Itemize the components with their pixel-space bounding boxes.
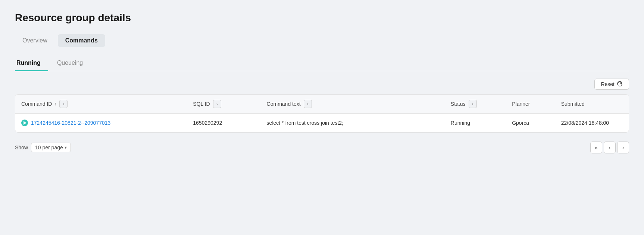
filter-command-text-button[interactable]: › <box>304 100 312 108</box>
th-status-label: Status <box>451 101 466 107</box>
commands-table: Command ID ↑ › SQL ID › <box>15 94 629 133</box>
per-page-select[interactable]: 10 per page ▾ <box>31 143 71 152</box>
sql-id-value: 1650290292 <box>193 120 222 126</box>
th-sql-id-label: SQL ID <box>193 101 210 107</box>
td-command-id: 1724245416-20821-2--209077013 <box>15 113 187 132</box>
filter-status-button[interactable]: › <box>469 100 477 108</box>
next-page-button[interactable]: › <box>617 142 629 153</box>
th-planner: Planner <box>506 95 555 114</box>
reset-button[interactable]: Reset <box>594 79 629 90</box>
th-command-id-label: Command ID <box>21 101 52 107</box>
per-page-value: 10 per page <box>35 145 63 150</box>
th-command-id: Command ID ↑ › <box>15 95 187 114</box>
th-submitted: Submitted <box>555 95 629 114</box>
sort-asc-icon: ↑ <box>54 101 56 107</box>
command-text-value: select * from test cross join test2; <box>267 120 343 126</box>
reset-label: Reset <box>601 81 615 87</box>
td-submitted: 22/08/2024 18:48:00 <box>555 113 629 132</box>
running-play-icon <box>21 120 28 126</box>
td-planner: Gporca <box>506 113 555 132</box>
sub-tabs: Running Queueing <box>15 56 629 71</box>
tab-overview[interactable]: Overview <box>15 34 55 47</box>
filter-command-id-button[interactable]: › <box>59 100 68 108</box>
command-id-link[interactable]: 1724245416-20821-2--209077013 <box>31 120 110 126</box>
reset-icon <box>617 81 623 87</box>
status-value: Running <box>451 120 470 126</box>
th-planner-label: Planner <box>512 101 530 107</box>
submitted-value: 22/08/2024 18:48:00 <box>561 120 609 126</box>
td-command-text: select * from test cross join test2; <box>261 113 445 132</box>
page-title: Resource group details <box>15 12 629 24</box>
first-page-button[interactable]: « <box>590 142 602 153</box>
th-command-text-label: Command text <box>267 101 301 107</box>
filter-sql-id-button[interactable]: › <box>213 100 221 108</box>
table-row: 1724245416-20821-2--209077013 1650290292… <box>15 113 629 132</box>
pagination: Show 10 per page ▾ « ‹ › <box>15 140 629 155</box>
td-sql-id: 1650290292 <box>187 113 260 132</box>
th-submitted-label: Submitted <box>561 101 585 107</box>
toolbar: Reset <box>15 79 629 90</box>
th-sql-id: SQL ID › <box>187 95 260 114</box>
planner-value: Gporca <box>512 120 529 126</box>
top-tabs: Overview Commands <box>15 34 629 47</box>
subtab-queueing[interactable]: Queueing <box>56 56 90 71</box>
tab-commands[interactable]: Commands <box>58 34 105 47</box>
table-header-row: Command ID ↑ › SQL ID › <box>15 95 629 114</box>
td-status: Running <box>445 113 506 132</box>
prev-page-button[interactable]: ‹ <box>604 142 616 153</box>
page-navigation: « ‹ › <box>590 142 629 153</box>
th-command-text: Command text › <box>261 95 445 114</box>
th-status: Status › <box>445 95 506 114</box>
chevron-down-icon: ▾ <box>65 145 67 150</box>
show-label: Show <box>15 145 28 150</box>
subtab-running[interactable]: Running <box>15 56 48 71</box>
